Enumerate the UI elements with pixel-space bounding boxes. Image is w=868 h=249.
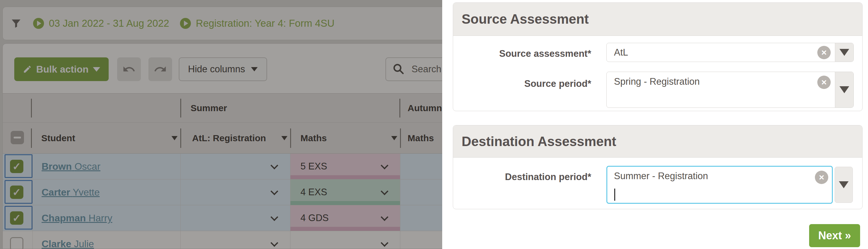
destination-period-select[interactable]: Summer - Registration ×: [607, 166, 833, 204]
source-period-label: Source period*: [453, 78, 591, 90]
destination-period-value: Summer - Registration: [614, 170, 708, 183]
source-period-value: Spring - Registration: [614, 75, 700, 88]
source-period-select[interactable]: Spring - Registration ×: [607, 72, 854, 108]
source-assessment-card: Source Assessment Source assessment* AtL…: [453, 2, 863, 111]
destination-period-label: Destination period*: [453, 171, 591, 183]
assessment-marksheet-screen: 03 Jan 2022 - 31 Aug 2022 Registration: …: [0, 0, 868, 249]
destination-assessment-card: Destination Assessment Destination perio…: [453, 125, 863, 209]
chevron-down-icon: [839, 86, 849, 93]
source-assessment-label: Source assessment*: [453, 48, 591, 60]
destination-assessment-title: Destination Assessment: [453, 125, 862, 158]
chevron-down-icon: [839, 181, 848, 188]
clear-icon[interactable]: ×: [817, 46, 831, 59]
chevron-down-icon: [839, 49, 849, 56]
copy-marks-wizard-panel: Source Assessment Source assessment* AtL…: [442, 0, 868, 249]
next-button[interactable]: Next »: [809, 224, 860, 247]
modal-overlay: [0, 0, 442, 249]
clear-icon[interactable]: ×: [817, 75, 831, 89]
dropdown-toggle[interactable]: [835, 72, 854, 107]
text-cursor: [614, 189, 615, 201]
source-assessment-value: AtL: [614, 43, 628, 62]
source-assessment-title: Source Assessment: [453, 3, 862, 36]
clear-icon[interactable]: ×: [815, 170, 828, 184]
dropdown-toggle[interactable]: [835, 167, 853, 203]
source-assessment-select[interactable]: AtL ×: [607, 43, 854, 62]
dropdown-toggle[interactable]: [835, 43, 854, 62]
